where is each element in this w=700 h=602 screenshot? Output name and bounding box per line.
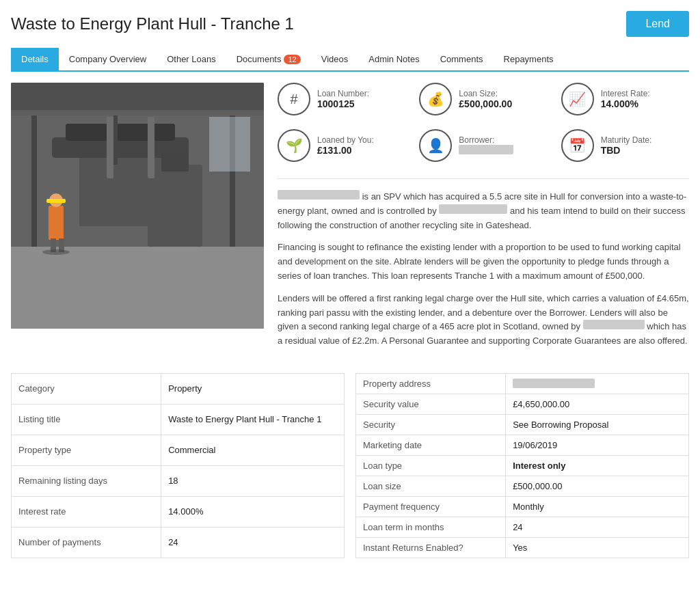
tab-other-loans[interactable]: Other Loans — [157, 48, 226, 70]
main-content: #Loan Number:1000125💰Loan Size:£500,000.… — [11, 83, 689, 357]
table-cell-value: Interest only — [506, 455, 689, 476]
table-cell-value: Yes — [506, 537, 689, 558]
stat-item-1: 💰Loan Size:£500,000.00 — [419, 83, 547, 115]
table-row: Instant Returns Enabled?Yes — [356, 537, 689, 558]
stat-label-5: Maturity Date: — [601, 135, 652, 145]
table-cell-label: Category — [12, 373, 161, 404]
table-cell-value: 24 — [506, 517, 689, 537]
stat-value-2: 14.000% — [601, 98, 650, 109]
stat-value-1: £500,000.00 — [459, 98, 512, 109]
table-cell-value: Commercial — [161, 435, 345, 465]
stat-value-5: TBD — [601, 145, 652, 156]
table-row: SecuritySee Borrowing Proposal — [356, 414, 689, 435]
tab-bar: DetailsCompany OverviewOther LoansDocume… — [11, 48, 689, 72]
stat-item-0: #Loan Number:1000125 — [278, 83, 405, 115]
table-cell-value — [506, 373, 689, 394]
table-row: CategoryProperty — [12, 373, 345, 404]
table-row: Loan size£500,000.00 — [356, 476, 689, 496]
stat-icon-hash: # — [278, 83, 310, 115]
table-row: Remaining listing days18 — [12, 465, 345, 496]
table-row: Security value£4,650,000.00 — [356, 394, 689, 414]
table-cell-value: Property — [161, 373, 345, 404]
table-cell-value: 24 — [161, 527, 345, 558]
tab-company-overview[interactable]: Company Overview — [59, 48, 157, 70]
stat-icon-person: 👤 — [419, 129, 452, 162]
tab-comments[interactable]: Comments — [430, 48, 494, 70]
tab-documents[interactable]: Documents12 — [226, 48, 311, 70]
table-row: Property address — [356, 373, 689, 394]
loan-stats: #Loan Number:1000125💰Loan Size:£500,000.… — [278, 83, 689, 162]
table-cell-value: Monthly — [506, 496, 689, 517]
table-cell-label: Number of payments — [12, 527, 161, 558]
stat-item-2: 📈Interest Rate:14.000% — [561, 83, 689, 115]
table-cell-value: 14.000% — [161, 496, 345, 527]
table-cell-label: Instant Returns Enabled? — [356, 537, 506, 558]
table-row: Number of payments24 — [12, 527, 345, 558]
page-title: Waste to Energy Plant Hull - Tranche 1 — [11, 14, 294, 33]
table-cell-label: Marketing date — [356, 435, 506, 455]
svg-rect-21 — [11, 83, 264, 329]
description-para3: Lenders will be offered a first ranking … — [278, 292, 689, 348]
stat-icon-calendar: 📅 — [561, 129, 594, 162]
stat-value-4 — [459, 145, 513, 156]
stat-label-4: Borrower: — [459, 135, 513, 145]
table-row: Loan typeInterest only — [356, 455, 689, 476]
table-cell-label: Property address — [356, 373, 506, 394]
table-cell-value: Waste to Energy Plant Hull - Tranche 1 — [161, 404, 345, 435]
stat-icon-coin: 💰 — [419, 83, 452, 115]
stat-value-3: £131.00 — [317, 145, 374, 156]
divider — [278, 178, 689, 179]
table-cell-value: 19/06/2019 — [506, 435, 689, 455]
tab-admin-notes[interactable]: Admin Notes — [358, 48, 429, 70]
table-cell-label: Loan term in months — [356, 517, 506, 537]
stat-item-5: 📅Maturity Date:TBD — [561, 129, 689, 162]
table-row: Marketing date19/06/2019 — [356, 435, 689, 455]
table-row: Payment frequencyMonthly — [356, 496, 689, 517]
table-cell-label: Interest rate — [12, 496, 161, 527]
table-cell-value: 18 — [161, 465, 345, 496]
table-cell-value: £500,000.00 — [506, 476, 689, 496]
stat-label-3: Loaned by You: — [317, 135, 374, 145]
table-row: Interest rate14.000% — [12, 496, 345, 527]
table-cell-label: Property type — [12, 435, 161, 465]
stat-text-4: Borrower: — [459, 135, 513, 156]
table-cell-label: Security — [356, 414, 506, 435]
tab-repayments[interactable]: Repayments — [494, 48, 564, 70]
stat-item-4: 👤Borrower: — [419, 129, 547, 162]
description-para1: is an SPV which has acquired a 5.5 acre … — [278, 190, 689, 232]
blurred-person — [439, 204, 507, 214]
stat-text-1: Loan Size:£500,000.00 — [459, 89, 512, 109]
right-info-table: Property address Security value£4,650,00… — [355, 373, 689, 558]
property-image — [11, 83, 264, 329]
loan-description: is an SPV which has acquired a 5.5 acre … — [278, 190, 689, 348]
stat-icon-chart: 📈 — [561, 83, 594, 115]
table-cell-label: Remaining listing days — [12, 465, 161, 496]
page-header: Waste to Energy Plant Hull - Tranche 1 L… — [11, 11, 689, 37]
tab-badge-documents: 12 — [284, 55, 300, 64]
stat-label-1: Loan Size: — [459, 89, 512, 98]
lend-button[interactable]: Lend — [626, 11, 689, 37]
tables-section: CategoryPropertyListing titleWaste to En… — [11, 373, 689, 558]
tab-details[interactable]: Details — [11, 48, 59, 70]
stat-text-0: Loan Number:1000125 — [317, 89, 369, 109]
left-info-table: CategoryPropertyListing titleWaste to En… — [11, 373, 345, 558]
stat-icon-plant: 🌱 — [278, 129, 310, 162]
table-cell-value: £4,650,000.00 — [506, 394, 689, 414]
blurred-name2 — [583, 320, 645, 329]
blurred-company — [278, 190, 360, 200]
table-cell-label: Loan size — [356, 476, 506, 496]
stat-label-2: Interest Rate: — [601, 89, 650, 98]
table-cell-label: Loan type — [356, 455, 506, 476]
stat-text-3: Loaned by You:£131.00 — [317, 135, 374, 156]
tab-videos[interactable]: Videos — [311, 48, 359, 70]
table-row: Loan term in months24 — [356, 517, 689, 537]
stat-value-0: 1000125 — [317, 98, 369, 109]
description-para2: Financing is sought to refinance the exi… — [278, 241, 689, 283]
loan-details: #Loan Number:1000125💰Loan Size:£500,000.… — [278, 83, 689, 357]
table-row: Property typeCommercial — [12, 435, 345, 465]
stat-text-5: Maturity Date:TBD — [601, 135, 652, 156]
table-cell-label: Listing title — [12, 404, 161, 435]
stat-text-2: Interest Rate:14.000% — [601, 89, 650, 109]
stat-label-0: Loan Number: — [317, 89, 369, 98]
stat-item-3: 🌱Loaned by You:£131.00 — [278, 129, 405, 162]
